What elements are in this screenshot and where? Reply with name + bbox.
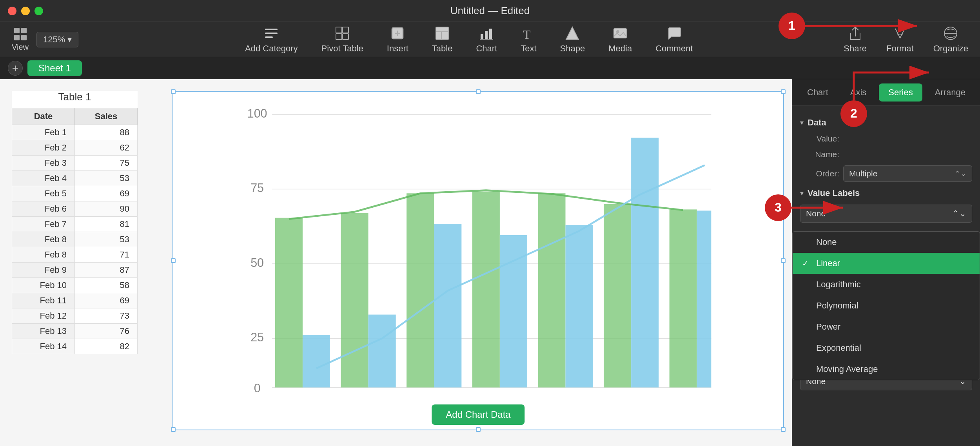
cell-sales[interactable]: 73 (75, 308, 138, 324)
resize-handle-tr[interactable] (781, 89, 786, 94)
resize-handle-tm[interactable] (476, 89, 481, 94)
cell-date[interactable]: Feb 3 (12, 156, 75, 171)
chart-container[interactable]: 100 75 50 25 0 (172, 91, 784, 430)
table-row: Feb 853 (12, 232, 138, 247)
svg-rect-7 (336, 27, 342, 33)
tab-chart[interactable]: Chart (798, 83, 838, 102)
cell-sales[interactable]: 62 (75, 140, 138, 156)
table-row: Feb 1169 (12, 293, 138, 308)
media-label: Media (608, 44, 632, 54)
toolbar-right: Share Format Organize (844, 25, 968, 54)
tab-axis[interactable]: Axis (841, 83, 876, 102)
cell-date[interactable]: Feb 10 (12, 278, 75, 293)
trendline-option-moving-average[interactable]: Moving Average (793, 359, 980, 380)
cell-sales[interactable]: 88 (75, 125, 138, 140)
trendline-option-power[interactable]: Power (793, 316, 980, 337)
trendline-option-none[interactable]: None (793, 232, 980, 253)
toolbar: View 125% ▾ Add Category Pivot Table (0, 22, 980, 57)
cell-date[interactable]: Feb 5 (12, 186, 75, 201)
right-panel: Chart Axis Series Arrange ▾ Data Value: (792, 79, 980, 446)
add-category-button[interactable]: Add Category (245, 25, 298, 54)
table-row: Feb 453 (12, 171, 138, 186)
svg-rect-41 (472, 192, 500, 388)
titlebar: Untitled — Edited (0, 0, 980, 22)
cell-date[interactable]: Feb 8 (12, 247, 75, 263)
maximize-button[interactable] (34, 7, 43, 15)
cell-sales[interactable]: 87 (75, 263, 138, 278)
shape-button[interactable]: Shape (560, 25, 585, 54)
cell-date[interactable]: Feb 8 (12, 232, 75, 247)
cell-date[interactable]: Feb 6 (12, 201, 75, 217)
cell-sales[interactable]: 58 (75, 278, 138, 293)
svg-rect-3 (21, 35, 27, 40)
cell-date[interactable]: Feb 11 (12, 293, 75, 308)
resize-handle-br[interactable] (781, 427, 786, 432)
cell-date[interactable]: Feb 12 (12, 308, 75, 324)
svg-rect-49 (566, 225, 593, 388)
pivot-table-button[interactable]: Pivot Table (321, 25, 363, 54)
cell-date[interactable]: Feb 4 (12, 171, 75, 186)
cell-date[interactable]: Feb 14 (12, 339, 75, 354)
cell-date[interactable]: Feb 13 (12, 324, 75, 339)
tab-arrange[interactable]: Arrange (926, 83, 975, 102)
cell-sales[interactable]: 82 (75, 339, 138, 354)
add-chart-data-button[interactable]: Add Chart Data (432, 404, 524, 425)
value-labels-value: None (806, 209, 826, 218)
cell-date[interactable]: Feb 9 (12, 263, 75, 278)
media-button[interactable]: Media (608, 25, 632, 54)
value-labels-select[interactable]: None ⌃⌄ (800, 205, 972, 223)
resize-handle-tl[interactable] (171, 89, 176, 94)
comment-label: Comment (655, 44, 693, 54)
linear-checkmark: ✓ (802, 259, 811, 268)
tab-series[interactable]: Series (879, 83, 922, 102)
traffic-lights (8, 7, 43, 15)
table-title: Table 1 (12, 91, 138, 103)
cell-sales[interactable]: 81 (75, 217, 138, 232)
cell-date[interactable]: Feb 7 (12, 217, 75, 232)
text-button[interactable]: T Text (521, 25, 536, 54)
trendline-option-polynomial[interactable]: Polynomial (793, 295, 980, 316)
cell-sales[interactable]: 53 (75, 232, 138, 247)
trendline-option-logarithmic[interactable]: Logarithmic (793, 274, 980, 295)
order-select[interactable]: Multiple ⌃⌄ (843, 165, 972, 182)
minimize-button[interactable] (21, 7, 30, 15)
sheet-tab[interactable]: Sheet 1 (27, 60, 82, 76)
resize-handle-bl[interactable] (171, 427, 176, 432)
svg-rect-0 (14, 28, 20, 33)
content-area: Table 1 Date Sales Feb 188Feb 262Feb 375… (0, 79, 792, 446)
cell-sales[interactable]: 69 (75, 293, 138, 308)
cell-sales[interactable]: 71 (75, 247, 138, 263)
cell-sales[interactable]: 69 (75, 186, 138, 201)
view-button[interactable]: View (12, 27, 29, 52)
svg-rect-44 (670, 209, 697, 387)
insert-button[interactable]: Insert (387, 25, 408, 54)
cell-date[interactable]: Feb 1 (12, 125, 75, 140)
format-button[interactable]: Format (886, 25, 914, 54)
zoom-control[interactable]: 125% ▾ (36, 32, 78, 47)
resize-handle-mr[interactable] (781, 258, 786, 263)
cell-sales[interactable]: 90 (75, 201, 138, 217)
resize-handle-ml[interactable] (171, 258, 176, 263)
close-button[interactable] (8, 7, 16, 15)
svg-rect-14 (436, 27, 448, 40)
table-button[interactable]: Table (432, 25, 453, 54)
svg-rect-47 (434, 224, 461, 388)
cell-sales[interactable]: 53 (75, 171, 138, 186)
cell-sales[interactable]: 75 (75, 156, 138, 171)
value-labels-section-title: Value Labels (808, 188, 860, 198)
share-button[interactable]: Share (844, 25, 867, 54)
table-row: Feb 1273 (12, 308, 138, 324)
svg-rect-23 (614, 29, 626, 38)
chart-button[interactable]: Chart (476, 25, 497, 54)
cell-sales[interactable]: 76 (75, 324, 138, 339)
svg-rect-42 (538, 193, 565, 387)
value-labels-section-header: ▾ Value Labels (800, 188, 972, 198)
resize-handle-bm[interactable] (476, 427, 481, 432)
name-row: Name: (800, 150, 972, 159)
organize-button[interactable]: Organize (933, 25, 968, 54)
cell-date[interactable]: Feb 2 (12, 140, 75, 156)
trendline-option-exponential[interactable]: Exponential (793, 337, 980, 359)
comment-button[interactable]: Comment (655, 25, 693, 54)
add-sheet-button[interactable]: + (8, 61, 23, 76)
trendline-option-linear[interactable]: ✓ Linear (793, 253, 980, 274)
